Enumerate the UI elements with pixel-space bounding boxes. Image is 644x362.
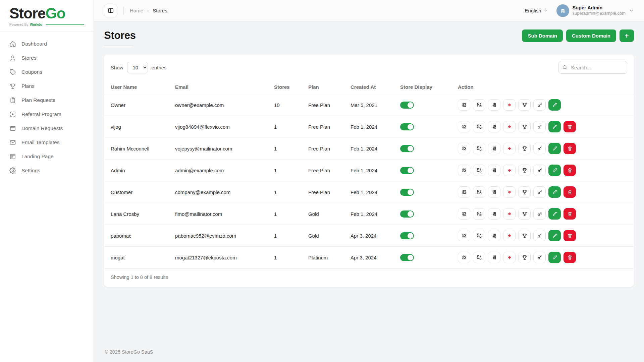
redirect-button[interactable] bbox=[503, 121, 516, 132]
sliders-button[interactable] bbox=[488, 208, 500, 220]
delete-button[interactable] bbox=[564, 208, 576, 220]
sidebar-item-domain-requests[interactable]: Domain Requests bbox=[0, 121, 94, 135]
sliders-button[interactable] bbox=[488, 121, 500, 132]
add-store-button[interactable]: + bbox=[620, 29, 634, 42]
sliders-button[interactable] bbox=[488, 186, 500, 198]
redirect-button[interactable] bbox=[503, 143, 516, 154]
swap-button[interactable] bbox=[473, 208, 485, 220]
orbit-button[interactable] bbox=[458, 208, 470, 220]
plan-upgrade-button[interactable] bbox=[518, 99, 531, 111]
reset-password-button[interactable] bbox=[533, 121, 546, 132]
redirect-button[interactable] bbox=[503, 252, 516, 263]
sub-domain-button[interactable]: Sub Domain bbox=[522, 29, 563, 42]
sliders-button[interactable] bbox=[488, 252, 500, 263]
redirect-button[interactable] bbox=[503, 208, 516, 220]
reset-password-button[interactable] bbox=[533, 208, 546, 220]
swap-button[interactable] bbox=[473, 230, 485, 241]
redirect-button[interactable] bbox=[503, 165, 516, 176]
orbit-button[interactable] bbox=[458, 143, 470, 154]
store-display-toggle[interactable] bbox=[400, 102, 414, 109]
toggle-knob bbox=[408, 124, 413, 130]
user-info: Super Admin superadmin@example.com bbox=[573, 5, 626, 16]
breadcrumb-home-link[interactable]: Home bbox=[130, 8, 143, 13]
language-selector[interactable]: English bbox=[525, 8, 547, 13]
orbit-button[interactable] bbox=[458, 99, 470, 111]
sliders-button[interactable] bbox=[488, 165, 500, 176]
edit-button[interactable] bbox=[548, 230, 561, 241]
trophy-icon bbox=[522, 189, 527, 195]
orbit-button[interactable] bbox=[458, 186, 470, 198]
redirect-button[interactable] bbox=[503, 230, 516, 241]
sliders-button[interactable] bbox=[488, 230, 500, 241]
reset-password-button[interactable] bbox=[533, 230, 546, 241]
orbit-button[interactable] bbox=[458, 230, 470, 241]
sidebar-item-settings[interactable]: Settings bbox=[0, 164, 94, 178]
page-size-select[interactable]: 10 bbox=[127, 62, 148, 73]
plan-upgrade-button[interactable] bbox=[518, 208, 531, 220]
plan-upgrade-button[interactable] bbox=[518, 165, 531, 176]
key-icon bbox=[537, 102, 542, 108]
action-buttons bbox=[458, 165, 629, 176]
swap-button[interactable] bbox=[473, 143, 485, 154]
sidebar-item-stores[interactable]: Stores bbox=[0, 51, 94, 65]
plan-upgrade-button[interactable] bbox=[518, 230, 531, 241]
sidebar-toggle-button[interactable] bbox=[104, 4, 117, 17]
edit-button[interactable] bbox=[548, 252, 561, 263]
swap-button[interactable] bbox=[473, 121, 485, 132]
reset-password-button[interactable] bbox=[533, 143, 546, 154]
delete-button[interactable] bbox=[564, 165, 576, 176]
reset-password-button[interactable] bbox=[533, 165, 546, 176]
sidebar-item-dashboard[interactable]: Dashboard bbox=[0, 37, 94, 51]
plan-upgrade-button[interactable] bbox=[518, 143, 531, 154]
sliders-button[interactable] bbox=[488, 99, 500, 111]
orbit-button[interactable] bbox=[458, 121, 470, 132]
store-display-toggle[interactable] bbox=[400, 254, 414, 261]
swap-icon bbox=[477, 124, 482, 129]
delete-button[interactable] bbox=[564, 121, 576, 132]
store-display-toggle[interactable] bbox=[400, 189, 414, 196]
edit-button[interactable] bbox=[548, 99, 561, 111]
sidebar-item-email-templates[interactable]: Email Templates bbox=[0, 135, 94, 149]
sidebar-item-plan-requests[interactable]: Plan Requests bbox=[0, 93, 94, 107]
custom-domain-button[interactable]: Custom Domain bbox=[566, 29, 616, 42]
store-display-toggle[interactable] bbox=[400, 232, 414, 239]
delete-button[interactable] bbox=[564, 186, 576, 198]
swap-button[interactable] bbox=[473, 99, 485, 111]
edit-button[interactable] bbox=[548, 208, 561, 220]
redirect-button[interactable] bbox=[503, 99, 516, 111]
swap-button[interactable] bbox=[473, 186, 485, 198]
orbit-button[interactable] bbox=[458, 252, 470, 263]
swap-button[interactable] bbox=[473, 165, 485, 176]
cell-plan: Free Plan bbox=[303, 181, 345, 203]
sidebar-item-plans[interactable]: Plans bbox=[0, 79, 94, 93]
store-display-toggle[interactable] bbox=[400, 123, 414, 130]
delete-button[interactable] bbox=[564, 252, 576, 263]
edit-button[interactable] bbox=[548, 186, 561, 198]
redirect-button[interactable] bbox=[503, 186, 516, 198]
swap-button[interactable] bbox=[473, 252, 485, 263]
store-display-toggle[interactable] bbox=[400, 167, 414, 174]
reset-password-button[interactable] bbox=[533, 99, 546, 111]
edit-button[interactable] bbox=[548, 143, 561, 154]
cell-action bbox=[452, 225, 634, 247]
sidebar-item-coupons[interactable]: Coupons bbox=[0, 65, 94, 79]
brand-logo[interactable]: StoreGo Powered By Workdo bbox=[0, 0, 94, 32]
store-display-toggle[interactable] bbox=[400, 145, 414, 152]
delete-button[interactable] bbox=[564, 230, 576, 241]
plan-upgrade-button[interactable] bbox=[518, 121, 531, 132]
sliders-button[interactable] bbox=[488, 143, 500, 154]
edit-button[interactable] bbox=[548, 121, 561, 132]
reset-password-button[interactable] bbox=[533, 186, 546, 198]
user-menu[interactable]: Super Admin superadmin@example.com bbox=[556, 4, 634, 17]
sliders-icon bbox=[492, 168, 497, 173]
sidebar-item-referral-program[interactable]: Referral Program bbox=[0, 107, 94, 121]
plan-upgrade-button[interactable] bbox=[518, 252, 531, 263]
sidebar-item-landing-page[interactable]: Landing Page bbox=[0, 149, 94, 164]
orbit-button[interactable] bbox=[458, 165, 470, 176]
store-display-toggle[interactable] bbox=[400, 210, 414, 218]
search-input[interactable] bbox=[558, 61, 627, 74]
reset-password-button[interactable] bbox=[533, 252, 546, 263]
delete-button[interactable] bbox=[564, 143, 576, 154]
plan-upgrade-button[interactable] bbox=[518, 186, 531, 198]
edit-button[interactable] bbox=[548, 165, 561, 176]
